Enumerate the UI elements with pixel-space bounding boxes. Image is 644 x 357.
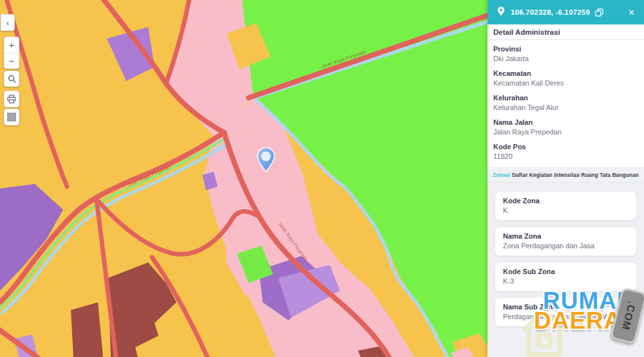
field-kelurahan: Kelurahan Kelurahan Tegal Alur xyxy=(493,94,638,111)
panel-title: Detail Administrasi xyxy=(488,24,644,40)
card-label: Nama Sub Zona xyxy=(503,303,629,311)
card-label: Kode Sub Zona xyxy=(503,268,629,275)
field-label: Provinsi xyxy=(493,45,638,53)
field-nama-jalan: Nama Jalan Jalan Raya Prepedan xyxy=(493,118,638,136)
field-value: Dki Jakarta xyxy=(493,55,638,62)
zoning-map-svg: Jalan Raya Prepedan Jalan Raya Prepedan … xyxy=(0,0,488,357)
field-kode-pos: Kode Pos 11820 xyxy=(493,143,638,160)
card-value: K-3 xyxy=(503,277,629,285)
tab-tata-bangunan[interactable]: Tata Bangunan xyxy=(600,172,639,178)
field-provinsi: Provinsi Dki Jakarta xyxy=(493,45,638,62)
field-value: 11820 xyxy=(493,152,638,160)
collapse-panel-button[interactable]: ‹ xyxy=(1,14,15,31)
coordinates-readout: 106.702328, -6.107259 xyxy=(511,8,590,16)
card-kode-zona: Kode Zona K xyxy=(495,191,637,221)
field-value: Kecamatan Kali Deres xyxy=(493,79,638,87)
field-label: Kelurahan xyxy=(493,94,638,102)
layers-button[interactable] xyxy=(4,109,19,125)
zoning-tabs: Zonasi Daftar Kegiatan Intensitas Ruang … xyxy=(488,167,644,183)
card-value: Zona Perdagangan dan Jasa xyxy=(503,242,629,250)
grid-icon xyxy=(7,113,16,122)
field-value: Kelurahan Tegal Alur xyxy=(493,104,638,111)
close-panel-button[interactable]: ✕ xyxy=(628,8,635,17)
zoning-cards: Kode Zona K Nama Zona Zona Perdagangan d… xyxy=(488,183,644,357)
card-value: K xyxy=(503,206,629,214)
card-value: Perdagangan dan Jasa Skala BWP xyxy=(503,313,629,320)
card-nama-sub-zona: Nama Sub Zona Perdagangan dan Jasa Skala… xyxy=(495,297,637,327)
tab-intensitas-ruang[interactable]: Intensitas Ruang xyxy=(554,172,598,178)
admin-fields: Provinsi Dki Jakarta Kecamatan Kecamatan… xyxy=(488,40,644,167)
search-button[interactable] xyxy=(4,71,19,87)
map-canvas[interactable]: Jalan Raya Prepedan Jalan Raya Prepedan … xyxy=(0,0,488,357)
zoom-in-button[interactable]: + xyxy=(5,37,19,53)
zoom-out-button[interactable]: − xyxy=(5,53,19,69)
field-label: Nama Jalan xyxy=(493,118,638,126)
copy-coordinates-button[interactable] xyxy=(595,8,603,17)
info-panel: 106.702328, -6.107259 ✕ Detail Administr… xyxy=(488,0,644,357)
printer-icon xyxy=(7,95,16,104)
tab-daftar-kegiatan[interactable]: Daftar Kegiatan xyxy=(512,172,553,178)
field-value: Jalan Raya Prepedan xyxy=(493,128,638,136)
zoom-control: + − xyxy=(4,37,19,69)
location-pin-icon xyxy=(497,6,505,19)
zoning-map-app: Jalan Raya Prepedan Jalan Raya Prepedan … xyxy=(0,0,644,357)
card-label: Nama Zona xyxy=(503,232,629,240)
search-icon xyxy=(8,75,16,83)
field-label: Kecamatan xyxy=(493,69,638,77)
field-label: Kode Pos xyxy=(493,143,638,151)
print-button[interactable] xyxy=(4,91,19,107)
block-maroon-left xyxy=(71,302,103,357)
card-nama-zona: Nama Zona Zona Perdagangan dan Jasa xyxy=(495,226,637,256)
card-label: Kode Zona xyxy=(503,197,629,205)
card-kode-sub-zona: Kode Sub Zona K-3 xyxy=(495,262,637,291)
tab-zonasi[interactable]: Zonasi xyxy=(493,172,510,178)
panel-header: 106.702328, -6.107259 ✕ xyxy=(488,0,644,24)
field-kecamatan: Kecamatan Kecamatan Kali Deres xyxy=(493,69,638,87)
